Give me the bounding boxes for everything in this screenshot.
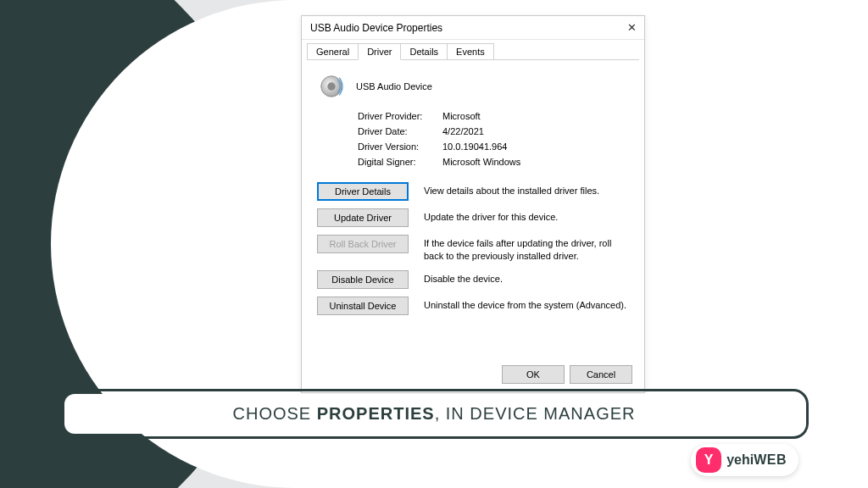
caption: CHOOSE PROPERTIES, IN DEVICE MANAGER	[64, 394, 804, 434]
logo-text-1: yehi	[726, 452, 754, 467]
speaker-icon	[319, 74, 344, 99]
close-icon[interactable]: ✕	[626, 22, 637, 34]
properties-dialog: USB Audio Device Properties ✕ General Dr…	[301, 15, 645, 393]
action-row-uninstall: Uninstall Device Uninstall the device fr…	[317, 297, 629, 315]
brand-logo: Y yehiWEB	[691, 444, 798, 476]
driver-info: Driver Provider: Microsoft Driver Date: …	[358, 111, 629, 167]
tab-strip: General Driver Details Events	[302, 40, 644, 60]
logo-text-2: WEB	[754, 452, 787, 467]
logo-text: yehiWEB	[726, 452, 787, 468]
roll-back-driver-button: Roll Back Driver	[317, 235, 409, 253]
action-row-rollback: Roll Back Driver If the device fails aft…	[317, 235, 629, 263]
dialog-body: USB Audio Device Driver Provider: Micros…	[302, 60, 644, 331]
provider-label: Driver Provider:	[358, 111, 442, 121]
driver-details-button[interactable]: Driver Details	[317, 182, 409, 201]
action-row-update: Update Driver Update the driver for this…	[317, 208, 629, 227]
tab-driver[interactable]: Driver	[358, 43, 401, 60]
provider-value: Microsoft	[442, 111, 481, 121]
svg-point-1	[327, 82, 335, 90]
date-label: Driver Date:	[358, 126, 442, 136]
device-header: USB Audio Device	[319, 74, 629, 99]
caption-frame: CHOOSE PROPERTIES, IN DEVICE MANAGER	[59, 389, 809, 439]
action-row-details: Driver Details View details about the in…	[317, 182, 629, 201]
disable-device-button[interactable]: Disable Device	[317, 270, 409, 289]
info-row-signer: Digital Signer: Microsoft Windows	[358, 157, 629, 167]
signer-value: Microsoft Windows	[442, 157, 520, 167]
tab-events[interactable]: Events	[447, 43, 494, 60]
driver-details-desc: View details about the installed driver …	[424, 182, 629, 197]
info-row-version: Driver Version: 10.0.19041.964	[358, 141, 629, 152]
uninstall-device-desc: Uninstall the device from the system (Ad…	[424, 297, 629, 312]
dialog-title: USB Audio Device Properties	[310, 22, 626, 34]
update-driver-desc: Update the driver for this device.	[424, 208, 629, 224]
caption-bold: PROPERTIES	[317, 404, 435, 423]
signer-label: Digital Signer:	[358, 157, 442, 167]
action-row-disable: Disable Device Disable the device.	[317, 270, 629, 289]
dialog-titlebar: USB Audio Device Properties ✕	[302, 16, 644, 40]
cancel-button[interactable]: Cancel	[570, 365, 632, 384]
info-row-provider: Driver Provider: Microsoft	[358, 111, 629, 121]
disable-device-desc: Disable the device.	[424, 270, 629, 286]
tab-general[interactable]: General	[307, 43, 359, 60]
update-driver-button[interactable]: Update Driver	[317, 208, 409, 227]
uninstall-device-button[interactable]: Uninstall Device	[317, 297, 409, 315]
device-name: USB Audio Device	[356, 81, 432, 92]
date-value: 4/22/2021	[442, 126, 484, 136]
caption-post: , IN DEVICE MANAGER	[435, 404, 636, 423]
roll-back-driver-desc: If the device fails after updating the d…	[424, 235, 629, 263]
ok-button[interactable]: OK	[502, 365, 565, 384]
dialog-footer: OK Cancel	[502, 365, 632, 384]
caption-pre: CHOOSE	[233, 404, 317, 423]
version-label: Driver Version:	[358, 141, 442, 152]
tab-details[interactable]: Details	[400, 43, 448, 60]
version-value: 10.0.19041.964	[442, 141, 507, 152]
info-row-date: Driver Date: 4/22/2021	[358, 126, 629, 136]
logo-mark-icon: Y	[696, 447, 721, 473]
